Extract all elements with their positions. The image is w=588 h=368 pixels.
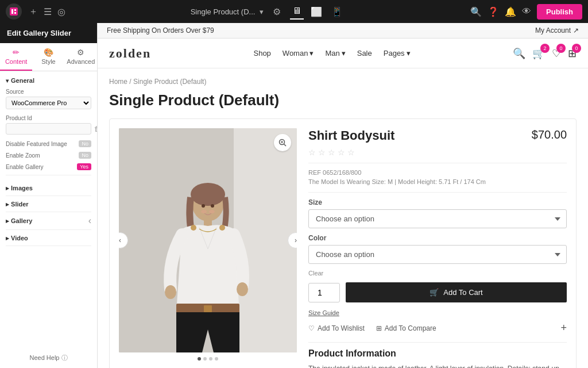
product-info-title: Product Information bbox=[308, 348, 567, 359]
tab-advanced[interactable]: ⚙ Advanced bbox=[65, 43, 97, 71]
clear-link[interactable]: Clear bbox=[308, 270, 567, 277]
action-links: ♡ Add To Wishlist ⊞ Add To Compare + bbox=[308, 322, 567, 334]
slider-label: ▸ Slider bbox=[6, 201, 29, 208]
product-stars: ☆ ☆ ☆ ☆ ☆ bbox=[308, 148, 567, 157]
eye-icon[interactable]: 👁 bbox=[522, 6, 531, 17]
chevron-down-icon[interactable]: ▾ bbox=[260, 7, 264, 16]
site-logo[interactable]: zolden bbox=[109, 46, 151, 61]
color-select[interactable]: Choose an option bbox=[308, 245, 567, 264]
tab-style[interactable]: 🎨 Style bbox=[32, 43, 64, 71]
product-info-section: Product Information The insulated jacket… bbox=[308, 348, 567, 368]
nav-cart-icon[interactable]: 🛒2 bbox=[532, 47, 545, 60]
disable-featured-toggle[interactable]: No bbox=[79, 140, 91, 147]
delete-icon[interactable]: 🗑 bbox=[91, 125, 97, 133]
help-circle-icon[interactable]: ⓘ bbox=[61, 354, 68, 361]
panel-content: General Source WooCommerce Pro Product I… bbox=[0, 71, 97, 348]
woman-chevron-icon: ▾ bbox=[310, 49, 314, 57]
image-dot-4[interactable] bbox=[215, 357, 218, 361]
nav-sale[interactable]: Sale bbox=[357, 49, 372, 57]
nav-compare-icon[interactable]: ⊞0 bbox=[568, 47, 577, 60]
add-to-wishlist-label: Add To Wishlist bbox=[318, 324, 365, 332]
nav-man[interactable]: Man ▾ bbox=[325, 49, 345, 57]
quantity-input[interactable] bbox=[308, 283, 340, 302]
enable-zoom-row: Enable Zoom No bbox=[6, 152, 91, 159]
product-description: The insulated jacket is made of leather.… bbox=[308, 363, 567, 368]
source-label: Source bbox=[6, 89, 91, 95]
left-panel: Edit Gallery Slider ✏ Content 🎨 Style ⚙ … bbox=[0, 23, 98, 368]
heart-icon: ♡ bbox=[308, 324, 315, 332]
product-model: The Model Is Wearing Size: M | Model Hei… bbox=[308, 178, 567, 185]
product-id-input-wrapper: 🗑 bbox=[6, 123, 91, 135]
device-mobile-icon[interactable]: 📱 bbox=[329, 4, 345, 20]
nav-shop[interactable]: Shop bbox=[253, 49, 270, 57]
svg-point-14 bbox=[191, 225, 196, 231]
elementor-logo[interactable] bbox=[6, 3, 22, 20]
add-to-cart-button[interactable]: 🛒 Add To Cart bbox=[346, 282, 567, 302]
device-tablet-icon[interactable]: ⬜ bbox=[308, 4, 324, 20]
svg-rect-11 bbox=[204, 305, 212, 312]
nav-search-icon[interactable]: 🔍 bbox=[513, 47, 525, 60]
man-chevron-icon: ▾ bbox=[342, 49, 346, 57]
device-desktop-icon[interactable]: 🖥 bbox=[290, 3, 304, 20]
top-bar-toolbar: ＋ ☰ ◎ bbox=[29, 6, 65, 18]
page-selector-text[interactable]: Single Product (D... bbox=[191, 7, 256, 16]
disable-featured-row: Disable Featured Image No bbox=[6, 140, 91, 147]
gallery-chevron-icon[interactable]: ‹ bbox=[88, 216, 91, 226]
wishlist-badge: 0 bbox=[556, 44, 566, 53]
add-to-cart-row: 🛒 Add To Cart bbox=[308, 282, 567, 302]
nav-pages[interactable]: Pages ▾ bbox=[384, 49, 411, 57]
image-dot-3[interactable] bbox=[209, 357, 212, 361]
size-select[interactable]: Choose an option bbox=[308, 209, 567, 228]
product-ref: REF 0652/168/800 bbox=[308, 169, 567, 176]
product-id-input[interactable] bbox=[6, 124, 91, 134]
settings-icon[interactable]: ◎ bbox=[57, 6, 65, 17]
nav-woman[interactable]: Woman ▾ bbox=[283, 49, 314, 57]
compare-badge: 0 bbox=[572, 44, 581, 53]
tab-content[interactable]: ✏ Content bbox=[0, 43, 32, 71]
general-section-header[interactable]: General bbox=[6, 77, 91, 84]
add-to-wishlist-link[interactable]: ♡ Add To Wishlist bbox=[308, 324, 365, 332]
plus-icon[interactable]: + bbox=[560, 322, 567, 334]
image-dot-2[interactable] bbox=[203, 357, 207, 361]
gallery-section[interactable]: ▸ Gallery ‹ bbox=[6, 212, 91, 230]
nav-icons: 🔍 🛒2 ♡0 ⊞0 bbox=[513, 47, 577, 60]
video-label: ▸ Video bbox=[6, 235, 28, 241]
source-select[interactable]: WooCommerce Pro bbox=[6, 97, 91, 109]
product-image-area: ‹ › bbox=[119, 128, 297, 368]
slider-section[interactable]: ▸ Slider bbox=[6, 196, 91, 212]
disable-featured-label: Disable Featured Image bbox=[6, 141, 67, 147]
advanced-tab-label: Advanced bbox=[67, 58, 95, 65]
enable-zoom-toggle[interactable]: No bbox=[79, 152, 91, 159]
star-4: ☆ bbox=[338, 148, 345, 157]
need-help-label[interactable]: Need Help bbox=[29, 354, 59, 361]
image-dot-1[interactable] bbox=[198, 357, 201, 361]
svg-line-21 bbox=[284, 144, 287, 147]
nav-wishlist-icon[interactable]: ♡0 bbox=[552, 47, 561, 60]
svg-point-19 bbox=[209, 210, 215, 213]
video-section[interactable]: ▸ Video bbox=[6, 230, 91, 246]
star-5: ☆ bbox=[347, 148, 355, 157]
add-to-compare-link[interactable]: ⊞ Add To Compare bbox=[376, 324, 436, 332]
cart-btn-icon: 🛒 bbox=[430, 288, 439, 297]
account-link[interactable]: My Account ↗ bbox=[535, 26, 579, 34]
cart-badge: 2 bbox=[540, 44, 550, 53]
source-row: Source WooCommerce Pro bbox=[6, 89, 91, 109]
images-section[interactable]: ▸ Images bbox=[6, 180, 91, 196]
color-label: Color bbox=[308, 234, 567, 242]
breadcrumb-home[interactable]: Home bbox=[109, 78, 127, 86]
add-element-icon[interactable]: ＋ bbox=[29, 6, 38, 18]
enable-gallery-toggle[interactable]: Yes bbox=[77, 163, 91, 170]
size-guide-link[interactable]: Size Guide bbox=[308, 309, 567, 316]
settings-gear-icon[interactable]: ⚙ bbox=[273, 6, 281, 17]
notification-icon[interactable]: 🔔 bbox=[505, 6, 516, 17]
content-tab-label: Content bbox=[5, 58, 28, 65]
publish-button[interactable]: Publish bbox=[537, 4, 582, 20]
general-section-label: General bbox=[11, 77, 34, 84]
main-layout: Edit Gallery Slider ✏ Content 🎨 Style ⚙ … bbox=[0, 23, 588, 368]
zoom-icon[interactable] bbox=[274, 134, 291, 151]
svg-rect-0 bbox=[10, 7, 18, 16]
search-icon[interactable]: 🔍 bbox=[470, 6, 482, 17]
help-icon[interactable]: ❓ bbox=[488, 6, 499, 17]
structure-icon[interactable]: ☰ bbox=[44, 6, 52, 17]
account-arrow-icon: ↗ bbox=[573, 26, 579, 34]
